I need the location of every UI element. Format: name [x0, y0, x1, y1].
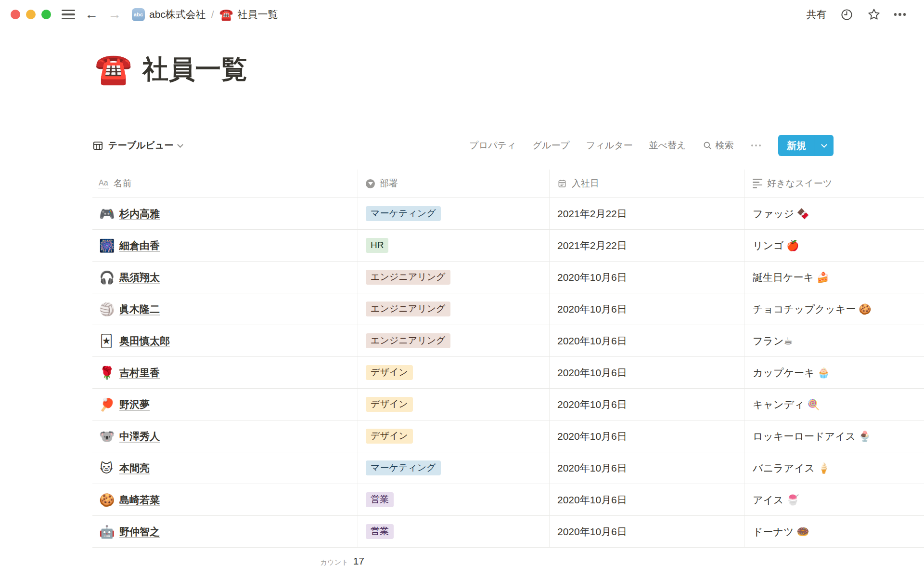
table-row[interactable]: 🤖 野仲智之 営業 2020年10月6日 ドーナツ 🍩	[92, 516, 924, 548]
row-page-link[interactable]: 吉村里香	[119, 366, 160, 380]
row-page-link[interactable]: 島崎若菜	[119, 493, 160, 507]
new-button-caret[interactable]	[814, 135, 834, 156]
row-page-link[interactable]: 黒須翔太	[119, 271, 160, 284]
join-date-cell[interactable]: 2021年2月22日	[550, 198, 745, 229]
close-window-button[interactable]	[11, 10, 20, 19]
favorite-sweet-cell[interactable]: ファッジ 🍫	[745, 198, 924, 229]
favorite-sweet-cell[interactable]: ロッキーロードアイス 🍨	[745, 420, 924, 452]
department-cell[interactable]: エンジニアリング	[358, 293, 550, 325]
name-cell[interactable]: 🏓 野沢夢	[92, 389, 358, 420]
filter-button[interactable]: フィルター	[586, 139, 633, 152]
name-cell[interactable]: 🃏 奥田慎太郎	[92, 325, 358, 356]
join-date-cell[interactable]: 2021年2月22日	[550, 230, 745, 261]
view-toolbar: テーブルビュー プロパティ グループ フィルター 並べ替え 検索 新規	[92, 134, 834, 157]
department-cell[interactable]: HR	[358, 230, 550, 261]
join-date-cell[interactable]: 2020年10月6日	[550, 516, 745, 547]
department-cell[interactable]: デザイン	[358, 420, 550, 452]
employee-table: Aa 名前 部署 入社日 好きなスイーツ 🎮 杉内高雅	[92, 170, 924, 567]
row-page-link[interactable]: 細倉由香	[119, 239, 160, 252]
table-row[interactable]: 🃏 奥田慎太郎 エンジニアリング 2020年10月6日 フラン☕	[92, 325, 924, 357]
search-button[interactable]: 検索	[703, 139, 734, 152]
favorite-sweet-cell[interactable]: バニラアイス 🍦	[745, 452, 924, 484]
name-cell[interactable]: 🎮 杉内高雅	[92, 198, 358, 229]
name-cell[interactable]: 🍪 島崎若菜	[92, 484, 358, 515]
join-date-cell[interactable]: 2020年10月6日	[550, 484, 745, 515]
row-page-link[interactable]: 中澤秀人	[119, 430, 160, 443]
table-row[interactable]: 🏐 眞木隆二 エンジニアリング 2020年10月6日 チョコチップクッキー 🍪	[92, 293, 924, 325]
back-arrow-icon[interactable]: ←	[85, 8, 98, 21]
table-footer-count[interactable]: カウント 17	[92, 548, 364, 567]
share-button[interactable]: 共有	[807, 8, 827, 21]
name-cell[interactable]: 🎆 細倉由香	[92, 230, 358, 261]
row-page-link[interactable]: 眞木隆二	[119, 302, 160, 316]
join-date-cell[interactable]: 2020年10月6日	[550, 325, 745, 356]
join-date-cell[interactable]: 2020年10月6日	[550, 420, 745, 452]
favorite-sweet-cell[interactable]: フラン☕	[745, 325, 924, 356]
join-date-cell[interactable]: 2020年10月6日	[550, 357, 745, 388]
row-page-link[interactable]: 本間亮	[119, 461, 150, 475]
favorite-star-icon[interactable]	[867, 8, 881, 21]
join-date-cell[interactable]: 2020年10月6日	[550, 389, 745, 420]
department-cell[interactable]: エンジニアリング	[358, 262, 550, 293]
sort-button[interactable]: 並べ替え	[649, 139, 686, 152]
properties-button[interactable]: プロパティ	[469, 139, 516, 152]
topbar-actions: 共有	[807, 8, 906, 21]
breadcrumb-workspace[interactable]: abc株式会社	[149, 8, 206, 21]
join-date-cell[interactable]: 2020年10月6日	[550, 293, 745, 325]
new-button-label[interactable]: 新規	[778, 135, 814, 156]
column-header-join-date[interactable]: 入社日	[550, 170, 745, 197]
table-row[interactable]: 🏓 野沢夢 デザイン 2020年10月6日 キャンディ 🍭	[92, 389, 924, 420]
table-row[interactable]: 🎮 杉内高雅 マーケティング 2021年2月22日 ファッジ 🍫	[92, 198, 924, 230]
breadcrumb-page[interactable]: 社員一覧	[237, 8, 278, 21]
name-cell[interactable]: 🐱 本間亮	[92, 452, 358, 484]
more-options-icon[interactable]	[894, 13, 906, 16]
view-more-icon[interactable]	[750, 144, 762, 147]
department-tag: エンジニアリング	[366, 333, 450, 349]
favorite-sweet-cell[interactable]: 誕生日ケーキ 🍰	[745, 262, 924, 293]
department-cell[interactable]: 営業	[358, 516, 550, 547]
page-phone-emoji[interactable]: ☎️	[95, 54, 132, 84]
favorite-sweet-cell[interactable]: カップケーキ 🧁	[745, 357, 924, 388]
favorite-sweet-cell[interactable]: ドーナツ 🍩	[745, 516, 924, 547]
join-date-cell[interactable]: 2020年10月6日	[550, 452, 745, 484]
new-button[interactable]: 新規	[778, 135, 834, 156]
table-row[interactable]: 🌹 吉村里香 デザイン 2020年10月6日 カップケーキ 🧁	[92, 357, 924, 389]
row-page-link[interactable]: 野仲智之	[119, 525, 160, 539]
name-cell[interactable]: 🏐 眞木隆二	[92, 293, 358, 325]
department-cell[interactable]: デザイン	[358, 389, 550, 420]
department-cell[interactable]: マーケティング	[358, 452, 550, 484]
column-header-name[interactable]: Aa 名前	[92, 170, 358, 197]
history-clock-icon[interactable]	[840, 8, 854, 21]
zoom-window-button[interactable]	[41, 10, 51, 19]
department-cell[interactable]: エンジニアリング	[358, 325, 550, 356]
favorite-sweet-cell[interactable]: チョコチップクッキー 🍪	[745, 293, 924, 325]
page-phone-icon: ☎️	[219, 9, 233, 20]
row-page-link[interactable]: 野沢夢	[119, 398, 150, 411]
table-row[interactable]: 🎧 黒須翔太 エンジニアリング 2020年10月6日 誕生日ケーキ 🍰	[92, 262, 924, 293]
favorite-sweet-cell[interactable]: キャンディ 🍭	[745, 389, 924, 420]
name-cell[interactable]: 🐨 中澤秀人	[92, 420, 358, 452]
column-header-department[interactable]: 部署	[358, 170, 550, 197]
name-cell[interactable]: 🤖 野仲智之	[92, 516, 358, 547]
sidebar-toggle-icon[interactable]	[62, 10, 75, 19]
department-cell[interactable]: 営業	[358, 484, 550, 515]
join-date-cell[interactable]: 2020年10月6日	[550, 262, 745, 293]
table-row[interactable]: 🍪 島崎若菜 営業 2020年10月6日 アイス 🍧	[92, 484, 924, 516]
minimize-window-button[interactable]	[26, 10, 36, 19]
group-button[interactable]: グループ	[532, 139, 569, 152]
row-page-link[interactable]: 奥田慎太郎	[119, 334, 170, 348]
table-row[interactable]: 🐨 中澤秀人 デザイン 2020年10月6日 ロッキーロードアイス 🍨	[92, 420, 924, 452]
table-row[interactable]: 🐱 本間亮 マーケティング 2020年10月6日 バニラアイス 🍦	[92, 452, 924, 484]
row-page-link[interactable]: 杉内高雅	[119, 207, 160, 221]
table-row[interactable]: 🎆 細倉由香 HR 2021年2月22日 リンゴ 🍎	[92, 230, 924, 262]
department-cell[interactable]: デザイン	[358, 357, 550, 388]
column-header-favorite-sweet[interactable]: 好きなスイーツ	[745, 170, 924, 197]
page-title[interactable]: 社員一覧	[142, 54, 247, 84]
favorite-sweet-cell[interactable]: リンゴ 🍎	[745, 230, 924, 261]
name-cell[interactable]: 🎧 黒須翔太	[92, 262, 358, 293]
name-cell[interactable]: 🌹 吉村里香	[92, 357, 358, 388]
workspace-abc-icon[interactable]: abc	[132, 8, 145, 21]
view-switcher[interactable]: テーブルビュー	[92, 139, 182, 152]
favorite-sweet-cell[interactable]: アイス 🍧	[745, 484, 924, 515]
department-cell[interactable]: マーケティング	[358, 198, 550, 229]
